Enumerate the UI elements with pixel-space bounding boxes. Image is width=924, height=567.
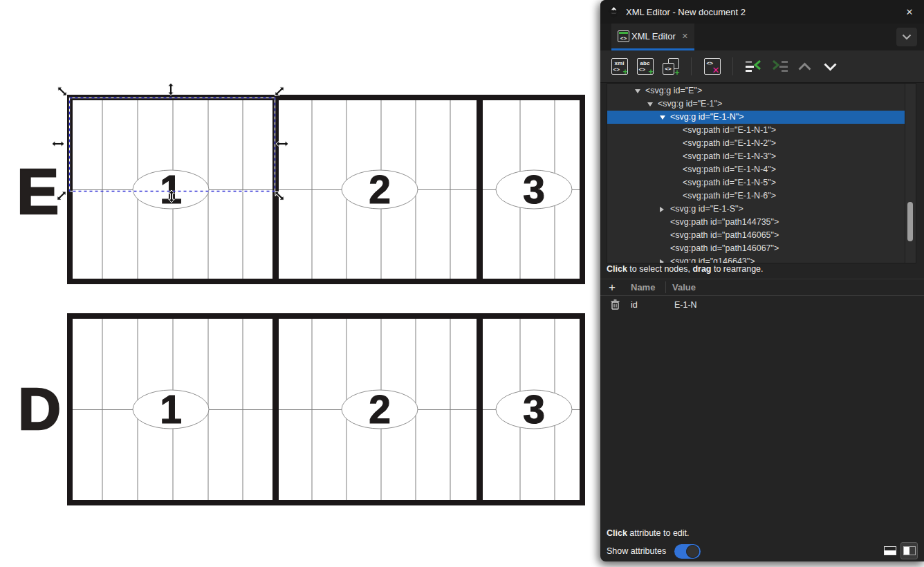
tab-label: XML Editor (631, 31, 676, 41)
window-close-button[interactable]: ✕ (902, 7, 917, 17)
window-title: XML Editor - New document 2 (626, 7, 746, 17)
delete-node-icon: <> ✕ (704, 58, 721, 75)
tree-node-label: <svg:path id="E-1-N-1"> (683, 124, 776, 137)
tree-node-label: <svg:g id="E-1"> (658, 97, 722, 111)
toolbar-separator (691, 57, 692, 75)
tree-node[interactable]: <svg:path id="E-1-N-5"> (607, 176, 905, 189)
vertical-split-icon (903, 546, 916, 555)
section-number: 3 (523, 167, 545, 212)
xml-editor-tab-icon: <> (618, 30, 629, 42)
section-number: 3 (523, 387, 545, 431)
panel-options-dropdown-button[interactable] (896, 28, 917, 46)
inkscape-logo-icon (607, 6, 620, 18)
attr-value-header: Value (672, 282, 696, 292)
row-d-label: D (18, 375, 61, 442)
chevron-up-icon (797, 62, 812, 71)
tree-node[interactable]: <svg:g id="E-1-N"> (607, 111, 905, 124)
tab-bar: <> XML Editor ✕ (600, 24, 924, 50)
attributes-rows: idE-1-N (600, 296, 924, 314)
expand-arrow[interactable] (635, 89, 645, 93)
section-number: 2 (369, 167, 391, 212)
expand-arrow[interactable] (660, 207, 670, 212)
tree-node-label: <svg:g id="E-1-S"> (670, 203, 743, 216)
expand-arrow[interactable] (660, 115, 670, 120)
delete-attribute-button[interactable] (611, 299, 620, 312)
tree-node-label: <svg:g id="E-1-N"> (670, 111, 744, 124)
tree-node-label: <svg:path id="E-1-N-4"> (683, 163, 776, 176)
chevron-down-icon (823, 62, 838, 71)
delete-node-button[interactable]: <> ✕ (703, 57, 721, 76)
add-attribute-button[interactable]: + (600, 280, 624, 295)
tab-xml-editor[interactable]: <> XML Editor ✕ (611, 24, 694, 50)
tree-hint-text: Click to select nodes, drag to rearrange… (607, 264, 764, 274)
show-attributes-label: Show attributes (607, 546, 666, 556)
tree-node[interactable]: <svg:path id="E-1-N-4"> (607, 163, 905, 176)
expand-arrow[interactable] (647, 102, 658, 106)
row-e-section-badges: 1 2 3 (133, 167, 572, 212)
tree-node[interactable]: <svg:g id="E"> (607, 84, 905, 97)
tree-node[interactable]: <svg:path id="path146065"> (607, 229, 905, 242)
indent-node-icon (771, 60, 788, 73)
layout-vertical-panes-button[interactable] (900, 542, 918, 559)
tree-node[interactable]: <svg:path id="E-1-N-2"> (607, 137, 905, 150)
expand-arrow[interactable] (660, 259, 670, 263)
group-e-drawing[interactable]: 1 2 3 E (17, 95, 582, 284)
group-d-drawing[interactable]: 1 2 3 D (18, 313, 582, 505)
tree-node[interactable]: <svg:g id="E-1"> (607, 97, 905, 111)
tree-node[interactable]: <svg:path id="E-1-N-3"> (607, 150, 905, 163)
tree-node-label: <svg:path id="E-1-N-5"> (683, 176, 776, 189)
new-element-node-icon: xml <> + (611, 58, 628, 75)
xml-tree-rows: <svg:g id="E"><svg:g id="E-1"><svg:g id=… (607, 84, 905, 263)
tree-scrollbar-thumb[interactable] (907, 202, 913, 241)
attribute-name[interactable]: id (631, 300, 638, 310)
indent-node-button[interactable] (770, 57, 788, 76)
attribute-value[interactable]: E-1-N (674, 300, 697, 310)
tree-node-label: <svg:path id="E-1-N-3"> (683, 150, 776, 163)
tree-node-label: <svg:g id="E"> (645, 84, 702, 97)
tree-node[interactable]: <svg:g id="E-1-S"> (607, 203, 905, 216)
duplicate-node-icon: <> + (663, 58, 679, 75)
row-d-section-badges: 1 2 3 (133, 387, 572, 431)
tree-node[interactable]: <svg:path id="E-1-N-6"> (607, 189, 905, 203)
new-text-node-button[interactable]: abc <> + (636, 57, 654, 76)
xml-toolbar: xml <> + abc <> + <> + <> ✕ (600, 50, 924, 83)
layout-horizontal-panes-button[interactable] (881, 542, 898, 559)
tree-scrollbar[interactable] (905, 84, 916, 263)
attribute-row[interactable]: idE-1-N (600, 296, 924, 314)
tree-node-label: <svg:path id="path144735"> (670, 216, 779, 229)
xml-editor-dialog: XML Editor - New document 2 ✕ <> XML Edi… (600, 0, 924, 561)
tree-node[interactable]: <svg:path id="path146067"> (607, 242, 905, 255)
move-node-up-button[interactable] (795, 57, 814, 76)
toolbar-separator (732, 57, 733, 75)
new-text-node-icon: abc <> + (637, 58, 654, 75)
attr-column-separator (665, 281, 666, 293)
section-number: 1 (160, 387, 182, 431)
tree-node-label: <svg:path id="E-1-N-2"> (683, 137, 776, 150)
attribute-hint-text: Click attribute to edit. (607, 528, 690, 538)
new-element-node-button[interactable]: xml <> + (610, 57, 629, 76)
show-attributes-toggle[interactable] (674, 544, 701, 559)
tree-node-label: <svg:path id="E-1-N-6"> (683, 189, 776, 203)
tree-node[interactable]: <svg:g id="g146643"> (607, 255, 905, 263)
unindent-node-button[interactable] (744, 57, 763, 76)
tree-node[interactable]: <svg:path id="E-1-N-1"> (607, 124, 905, 137)
canvas[interactable]: 1 2 3 E 1 2 3 D (0, 0, 600, 567)
tab-close-icon[interactable]: ✕ (682, 32, 688, 41)
attr-name-header: Name (631, 282, 655, 292)
duplicate-node-button[interactable]: <> + (661, 57, 680, 76)
attributes-header: + Name Value (600, 279, 924, 296)
unindent-node-icon (746, 60, 762, 73)
chevron-down-icon (902, 34, 912, 40)
row-e-label: E (17, 156, 59, 227)
toggle-knob (686, 545, 699, 558)
horizontal-split-icon (884, 546, 896, 555)
trash-icon (611, 299, 620, 310)
tree-node-label: <svg:g id="g146643"> (670, 255, 755, 263)
tree-node-label: <svg:path id="path146065"> (670, 229, 779, 242)
xml-tree[interactable]: <svg:g id="E"><svg:g id="E-1"><svg:g id=… (607, 83, 916, 263)
section-number: 2 (369, 387, 391, 431)
section-number: 1 (160, 167, 182, 212)
tree-node[interactable]: <svg:path id="path144735"> (607, 216, 905, 229)
move-node-down-button[interactable] (821, 57, 840, 76)
titlebar[interactable]: XML Editor - New document 2 ✕ (600, 0, 924, 24)
